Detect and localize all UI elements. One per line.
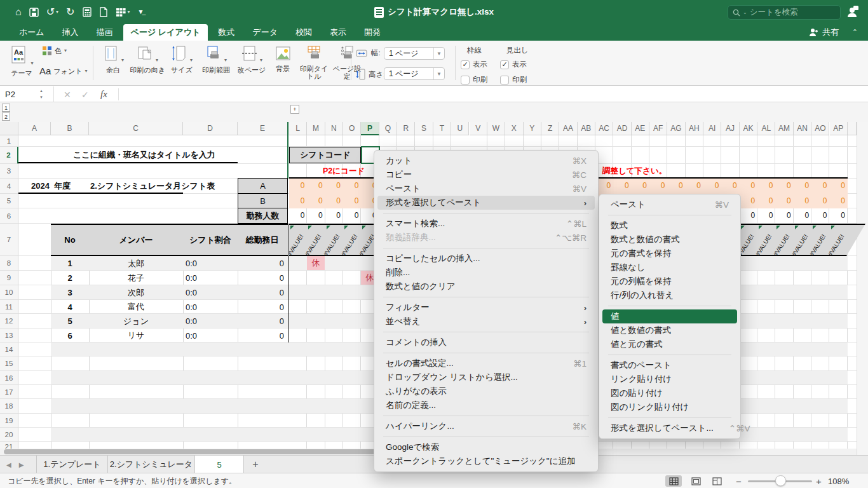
context-menu-item[interactable]: Googleで検索	[377, 440, 595, 454]
member-ratio-cell[interactable]: 0:0	[186, 300, 197, 314]
member-no-cell[interactable]: 2	[51, 271, 89, 285]
sheet-tab-1.テンプレート[interactable]: 1.テンプレート	[36, 456, 108, 473]
member-name-cell[interactable]: 富代	[89, 300, 183, 314]
context-menu-item[interactable]: コピーしたセルの挿入...	[377, 252, 595, 266]
column-header-AK[interactable]: AK	[740, 122, 757, 135]
staff-count-cell[interactable]: 0	[740, 208, 755, 222]
shift-count-cell[interactable]: 0	[757, 179, 773, 193]
context-menu-item[interactable]: コメントの挿入	[377, 336, 595, 349]
column-header-U[interactable]: U	[451, 122, 469, 135]
shift-count-cell[interactable]: 0	[343, 179, 358, 193]
member-days-cell[interactable]: 0	[238, 271, 284, 285]
shift-type-label-cell[interactable]: B	[238, 193, 288, 208]
member-no-cell[interactable]: 6	[51, 329, 89, 342]
column-header-AA[interactable]: AA	[559, 122, 577, 135]
member-days-cell[interactable]: 0	[238, 329, 284, 342]
staff-count-cell[interactable]: 0	[830, 208, 845, 222]
sheet-tab-2.シフトシミュレータ[interactable]: 2.シフトシミュレータ	[108, 456, 195, 473]
context-menu-item[interactable]: フィルター›	[377, 301, 595, 315]
zoom-slider-thumb[interactable]	[775, 475, 786, 486]
shift-count-cell[interactable]: 0	[343, 194, 358, 208]
shift-count-cell[interactable]: 0	[667, 179, 682, 193]
prev-sheet-icon[interactable]: ◀	[6, 461, 11, 468]
context-menu-item[interactable]: コピー⌘C	[377, 168, 595, 182]
row-header-7[interactable]: 7	[0, 224, 18, 256]
column-header-P[interactable]: P	[361, 122, 379, 135]
row-header-12[interactable]: 12	[0, 314, 18, 329]
column-header-Q[interactable]: Q	[379, 122, 397, 135]
staff-count-cell[interactable]: 0	[307, 208, 322, 222]
shift-count-cell[interactable]: 0	[289, 194, 304, 208]
vertical-scrollbar[interactable]	[857, 122, 868, 455]
staff-count-cell[interactable]: 0	[794, 208, 809, 222]
paste-submenu-item[interactable]: 値と数値の書式	[602, 323, 737, 337]
member-no-cell[interactable]: 5	[51, 314, 89, 329]
row-header-3[interactable]: 3	[0, 164, 18, 179]
row-header-5[interactable]: 5	[0, 194, 18, 208]
row-header-10[interactable]: 10	[0, 285, 18, 300]
context-menu-item[interactable]: ふりがなの表示	[377, 384, 595, 398]
paste-submenu-item[interactable]: 元の書式を保持	[602, 247, 737, 261]
member-days-cell[interactable]: 0	[238, 285, 284, 300]
member-name-cell[interactable]: 太郎	[89, 256, 183, 271]
paste-submenu-item[interactable]: 値	[602, 309, 737, 323]
subtitle-cell[interactable]: 2.シフトシミュレータ月シフト表	[90, 179, 215, 193]
shift-count-cell[interactable]: 0	[632, 179, 647, 193]
rest-day-cell[interactable]: 休	[307, 256, 324, 270]
add-sheet-button[interactable]: +	[244, 456, 267, 473]
paste-submenu-item[interactable]: 値と元の書式	[602, 337, 737, 351]
row-header-18[interactable]: 18	[0, 399, 18, 414]
column-header-AP[interactable]: AP	[830, 122, 848, 135]
column-header-D[interactable]: D	[183, 122, 238, 135]
context-menu-item[interactable]: 類義語辞典...⌃⌥⌘R	[377, 231, 595, 245]
paste-submenu-item[interactable]: 数式	[602, 219, 737, 233]
shift-count-cell[interactable]: 0	[325, 194, 341, 208]
member-ratio-cell[interactable]: 0:0	[186, 329, 197, 342]
shift-count-cell[interactable]: 0	[757, 194, 773, 208]
context-menu-item[interactable]: 並べ替え›	[377, 315, 595, 329]
context-menu-item[interactable]: ドロップダウン リストから選択...	[377, 370, 595, 384]
column-header-W[interactable]: W	[487, 122, 505, 135]
staff-count-cell[interactable]: 0	[325, 208, 341, 222]
column-header-B[interactable]: B	[51, 122, 89, 135]
member-name-cell[interactable]: リサ	[89, 329, 183, 342]
shift-code-label-cell[interactable]: シフトコード	[289, 147, 361, 163]
member-ratio-cell[interactable]: 0:0	[186, 314, 197, 329]
page-break-view-icon[interactable]	[709, 475, 725, 487]
shift-count-cell[interactable]: 0	[721, 179, 736, 193]
shift-count-cell[interactable]: 0	[830, 194, 845, 208]
column-header-S[interactable]: S	[415, 122, 433, 135]
column-header-AL[interactable]: AL	[757, 122, 775, 135]
staff-count-cell[interactable]: 0	[811, 208, 827, 222]
paste-submenu-item[interactable]: 罫線なし	[602, 261, 737, 274]
column-header-N[interactable]: N	[325, 122, 343, 135]
context-menu-item[interactable]: 数式と値のクリア	[377, 280, 595, 294]
column-header-A[interactable]: A	[18, 122, 51, 135]
context-menu-item[interactable]: ペースト⌘V	[377, 182, 595, 196]
row-header-4[interactable]: 4	[0, 179, 18, 194]
column-header-E[interactable]: E	[238, 122, 288, 135]
member-days-cell[interactable]: 0	[238, 256, 284, 271]
member-name-cell[interactable]: 次郎	[89, 285, 183, 300]
column-header-M[interactable]: M	[307, 122, 325, 135]
row-header-20[interactable]: 20	[0, 428, 18, 442]
column-header-AG[interactable]: AG	[667, 122, 685, 135]
row-header-17[interactable]: 17	[0, 385, 18, 399]
context-menu-item[interactable]: スポークントラックとして"ミュージック"に追加	[377, 454, 595, 468]
normal-view-icon[interactable]	[665, 475, 682, 487]
paste-submenu-item[interactable]: 元の列幅を保持	[602, 274, 737, 288]
member-days-cell[interactable]: 0	[238, 314, 284, 329]
context-menu-item[interactable]: セルの書式設定...⌘1	[377, 356, 595, 370]
shift-count-cell[interactable]: 0	[811, 179, 827, 193]
shift-type-label-cell[interactable]: 勤務人数	[238, 208, 288, 224]
member-no-cell[interactable]: 1	[51, 256, 89, 271]
shift-count-cell[interactable]: 0	[613, 179, 628, 193]
shift-count-cell[interactable]: 0	[703, 179, 719, 193]
column-header-R[interactable]: R	[397, 122, 415, 135]
select-all-corner[interactable]	[0, 122, 18, 135]
context-menu-item[interactable]: カット⌘X	[377, 154, 595, 168]
shift-count-cell[interactable]: 0	[775, 194, 790, 208]
row-header-11[interactable]: 11	[0, 300, 18, 314]
row-header-15[interactable]: 15	[0, 356, 18, 371]
member-ratio-cell[interactable]: 0:0	[186, 256, 197, 271]
